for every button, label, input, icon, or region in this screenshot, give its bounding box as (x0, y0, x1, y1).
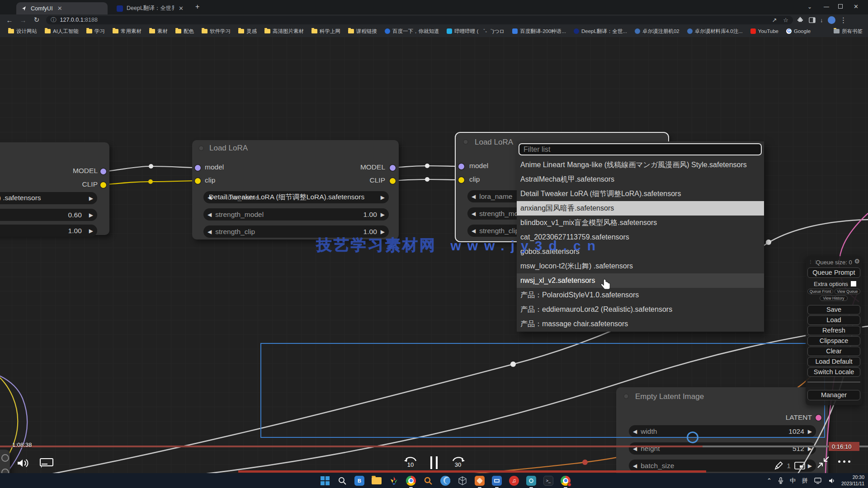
player-more-menu-icon[interactable] (838, 460, 850, 463)
load-default-button[interactable]: Load Default (807, 357, 860, 366)
sidebar-panel-icon[interactable] (809, 17, 816, 23)
clear-button[interactable]: Clear (807, 347, 860, 356)
model-output-port[interactable] (390, 165, 396, 171)
capcut-app-icon[interactable] (388, 475, 400, 487)
shrink-player-icon[interactable] (816, 455, 830, 469)
dropdown-item[interactable]: 产品：PolaroidStyleV1.0.safetensors (517, 288, 764, 302)
model-input-port[interactable] (458, 164, 464, 169)
dropdown-item[interactable]: 产品：eddiemauroLora2 (Realistic).safetenso… (517, 302, 764, 317)
switch-locale-button[interactable]: Switch Locale (807, 367, 860, 377)
bookmark-item[interactable]: GGoogle (786, 28, 811, 34)
dropdown-item-selected[interactable]: anxiang国风暗香.safetensors (517, 201, 764, 216)
queue-front-button[interactable]: Queue Front (807, 289, 833, 294)
minimize-icon[interactable]: — (824, 4, 829, 10)
reload-icon[interactable]: ↻ (30, 16, 43, 24)
window-chevron-icon[interactable]: ⌄ (807, 4, 812, 10)
bookmark-item[interactable]: 常用素材 (113, 28, 142, 35)
rewind-10-button[interactable]: 10 (402, 455, 419, 471)
file-explorer-icon[interactable] (371, 475, 382, 487)
dropdown-item-hovered[interactable]: nwsj_xl_v2.safetensors (517, 273, 764, 288)
batch-size-widget[interactable]: ◀ batch_size 1 ▶ (629, 460, 816, 472)
pause-button[interactable] (430, 456, 438, 469)
port[interactable] (2, 455, 8, 461)
speaker-icon[interactable] (829, 478, 835, 484)
share-icon[interactable]: ↗ (772, 17, 777, 23)
start-button[interactable] (319, 475, 331, 487)
node-load-lora-left[interactable]: MODEL CLIP (米山舞) .safetensors ▶ 0.60 ▶ 1… (0, 142, 109, 235)
height-widget[interactable]: ◀ height 512 ▶ (629, 442, 816, 455)
tab-deepl[interactable]: DeepL翻译：全世界最准确的翻 ✕ (112, 2, 188, 14)
model-input-port[interactable] (195, 165, 201, 171)
close-tab-icon[interactable]: ✕ (57, 5, 62, 12)
bookmark-item[interactable]: 灵感 (238, 28, 257, 35)
window-close-icon[interactable]: ✕ (854, 3, 859, 10)
tab-comfyui[interactable]: ComfyUI ✕ (16, 2, 108, 14)
maximize-icon[interactable] (838, 4, 843, 9)
strength-model-widget[interactable]: 0.60 ▶ (0, 209, 97, 221)
ime-language-indicator[interactable]: 中 (790, 477, 796, 485)
bookmark-item[interactable]: 高清图片素材 (264, 28, 304, 35)
forward-icon[interactable]: → (16, 16, 30, 24)
lora-name-widget[interactable]: ◀ lora_name Detail Tweaker LoRA (细节调整LoR… (203, 191, 389, 203)
dropdown-item[interactable]: gobos.safetensors (517, 244, 764, 259)
dropdown-item[interactable]: msw_locon-t2(米山舞) .safetensors (517, 259, 764, 273)
bookmark-item[interactable]: 百度一下，你就知道 (385, 28, 439, 35)
orange-app-icon[interactable] (474, 475, 486, 487)
refresh-button[interactable]: Refresh (807, 326, 860, 335)
bookmark-item[interactable]: 设计网站 (8, 28, 37, 35)
strength-clip-widget[interactable]: 1.00 ▶ (0, 225, 97, 237)
node-collapse-dot[interactable] (463, 139, 468, 145)
clipspace-button[interactable]: Clipspace (807, 336, 860, 346)
gear-icon[interactable]: ⚙ (854, 258, 860, 265)
address-bar[interactable]: ⓘ 127.0.0.1: 8188 ↗ ☆ (46, 16, 793, 24)
bookmark-item[interactable]: 学习 (86, 28, 105, 35)
extensions-icon[interactable] (797, 17, 804, 23)
clip-input-port[interactable] (195, 178, 201, 184)
chrome-profile-icon[interactable] (560, 475, 571, 487)
queue-prompt-button[interactable]: Queue Prompt (807, 267, 860, 278)
node-collapse-dot[interactable] (198, 145, 204, 151)
close-tab-icon[interactable]: ✕ (179, 5, 184, 12)
bookmark-item[interactable]: 哔哩哔哩 ( ゜-゜)つロ (447, 28, 505, 35)
everything-search-icon[interactable] (422, 475, 434, 487)
chrome-icon[interactable] (405, 475, 417, 487)
bookmark-item[interactable]: 素材 (149, 28, 168, 35)
terminal-app-icon[interactable]: >_ (542, 475, 554, 487)
ime-mode-indicator[interactable]: 拼 (802, 477, 808, 485)
save-button[interactable]: Save (807, 305, 860, 314)
bookmark-item[interactable]: DeepL翻译：全世... (574, 28, 627, 35)
node-load-lora-mid[interactable]: Load LoRA model clip MODEL CLIP ◀ lora_n… (192, 140, 399, 239)
tray-chevron-icon[interactable]: ⌃ (767, 477, 772, 484)
new-tab-icon[interactable]: + (195, 3, 199, 11)
view-history-button[interactable]: View History (820, 296, 848, 301)
dropdown-item[interactable]: blindbox_v1_mix盲盒模型风格.safetensors (517, 216, 764, 230)
clip-output-port[interactable] (390, 178, 396, 184)
forward-30-button[interactable]: 30 (449, 455, 467, 471)
dropdown-item[interactable]: 产品：massage chair.safetensors (517, 317, 764, 331)
view-queue-button[interactable]: View Queue (835, 289, 860, 294)
load-button[interactable]: Load (807, 315, 860, 325)
danmaku-subtitle-icon[interactable] (40, 458, 53, 469)
downloads-icon[interactable]: ↓ (820, 17, 823, 23)
width-widget[interactable]: ◀ width 1024 ▶ (629, 425, 816, 437)
dropdown-item[interactable]: Detail Tweaker LoRA (细节调整LoRA).safetenso… (517, 187, 764, 201)
site-info-icon[interactable]: ⓘ (51, 16, 57, 24)
bookmark-item[interactable]: 科学上网 (311, 28, 340, 35)
taskbar-clock[interactable]: 20:30 2023/11/11 (841, 474, 864, 486)
browser-menu-icon[interactable]: ⋮ (840, 16, 847, 24)
microphone-icon[interactable] (778, 477, 783, 484)
model-output-port[interactable] (100, 169, 106, 174)
widgets-app-icon[interactable]: B (354, 475, 365, 487)
all-bookmarks-button[interactable]: 所有书签 (834, 28, 863, 35)
extra-options-checkbox[interactable] (851, 281, 856, 286)
teal-app-icon[interactable] (525, 475, 537, 487)
seekbar-played[interactable] (0, 446, 703, 447)
bookmark-item[interactable]: YouTube (750, 28, 778, 34)
node-collapse-dot[interactable] (623, 394, 629, 399)
dropdown-item[interactable]: AstralMecha机甲.safetensors (517, 172, 764, 187)
bookmark-item[interactable]: 百度翻译-200种语... (512, 28, 566, 35)
strength-clip-widget[interactable]: ◀ strength_clip 1.00 ▶ (203, 225, 389, 238)
node-empty-latent-image[interactable]: Empty Latent Image LATENT ◀ width 1024 ▶… (616, 387, 828, 478)
bookmark-item[interactable]: 卓尔谟材料库4.0注... (687, 28, 743, 35)
manager-button[interactable]: Manager (807, 390, 860, 400)
